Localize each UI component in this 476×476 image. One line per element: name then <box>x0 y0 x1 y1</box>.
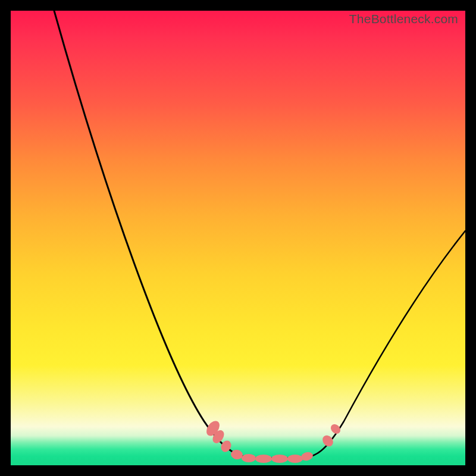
markers-group <box>204 418 343 463</box>
valley-marker-9 <box>320 433 335 449</box>
chart-plot-area: TheBottleneck.com <box>11 11 465 465</box>
valley-marker-5 <box>255 455 272 463</box>
chart-frame: TheBottleneck.com <box>0 0 476 476</box>
series-group <box>54 11 465 458</box>
valley-marker-6 <box>271 455 288 463</box>
valley-marker-4 <box>242 454 256 462</box>
series-left-curve <box>54 11 256 458</box>
chart-svg <box>11 11 465 465</box>
series-right-curve <box>299 231 465 458</box>
valley-marker-7 <box>287 455 303 463</box>
